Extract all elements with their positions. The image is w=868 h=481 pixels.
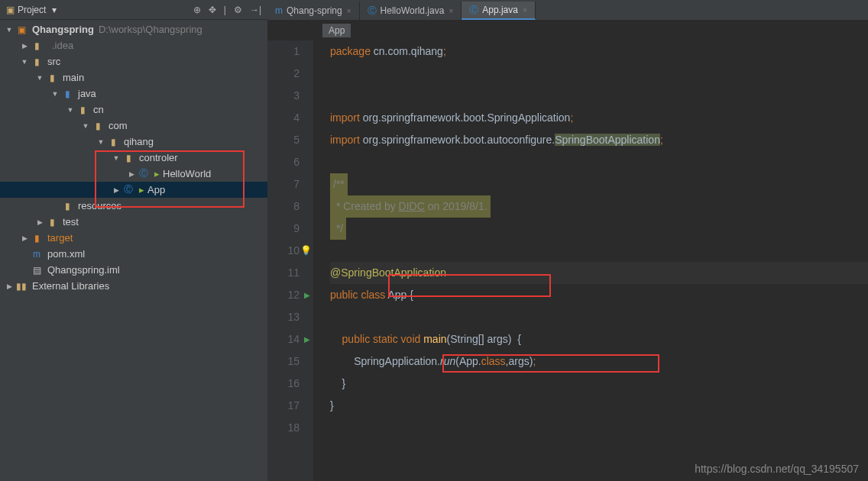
close-icon[interactable]: ×: [347, 7, 351, 15]
collapse-arrow-icon[interactable]: ▶: [35, 218, 44, 227]
line-number: 16: [267, 373, 300, 395]
expand-arrow-icon[interactable]: ▼: [112, 153, 121, 163]
file-label: pom.xml: [47, 248, 85, 260]
source-folder-icon: ▮: [61, 89, 73, 99]
line-number: 7: [267, 173, 300, 195]
code-editor[interactable]: 1 2 3 4 5 6 7 8 9 10💡 11 12▶ 13 14▶ 15 1…: [267, 40, 868, 481]
controler-package[interactable]: ▼ ▮ controler: [0, 150, 267, 166]
breadcrumb-app[interactable]: App: [322, 24, 351, 37]
tab-app[interactable]: Ⓒ App.java ×: [462, 2, 536, 20]
expand-arrow-icon[interactable]: ▼: [50, 89, 60, 98]
cn-package[interactable]: ▼ ▮ cn: [0, 102, 267, 118]
qihang-package[interactable]: ▼ ▮ qihang: [0, 134, 267, 150]
line-gutter: 1 2 3 4 5 6 7 8 9 10💡 11 12▶ 13 14▶ 15 1…: [267, 40, 313, 481]
code-line[interactable]: */: [330, 218, 868, 240]
run-gutter-icon[interactable]: ▶: [304, 328, 310, 350]
expand-arrow-icon[interactable]: ▼: [20, 57, 29, 66]
test-folder[interactable]: ▶ ▮ test: [0, 214, 267, 230]
line-number: 4: [267, 107, 300, 129]
code-line[interactable]: }: [330, 373, 868, 395]
t: ,args): [506, 355, 533, 367]
main-folder[interactable]: ▼ ▮ main: [0, 69, 267, 86]
app-class[interactable]: ▶ Ⓒ ▸ App: [0, 182, 267, 198]
target-folder[interactable]: ▶ ▮ target: [0, 230, 267, 246]
class-label: HelloWorld: [163, 168, 211, 179]
code-line[interactable]: public static void main(String[] args) {: [330, 328, 868, 350]
close-icon[interactable]: ×: [523, 6, 527, 15]
code-line[interactable]: public class App {: [330, 284, 868, 306]
folder-label: src: [47, 56, 60, 67]
project-root[interactable]: ▼ ▣ Qhangspring D:\worksp\Qhangspring: [0, 21, 267, 37]
expand-arrow-icon[interactable]: ▼: [66, 105, 75, 115]
expand-arrow-icon[interactable]: ▼: [5, 25, 14, 34]
code-line[interactable]: [330, 85, 868, 107]
gear-icon[interactable]: ⚙: [234, 5, 242, 15]
java-folder[interactable]: ▼ ▮ java: [0, 86, 267, 102]
collapse-arrow-icon[interactable]: ▶: [5, 282, 14, 291]
folder-label: .idea: [52, 40, 73, 51]
class-label: App: [147, 184, 165, 195]
code-line[interactable]: [330, 63, 868, 85]
folder-label: qihang: [124, 136, 154, 147]
line-number: 9: [267, 218, 300, 240]
collapse-arrow-icon[interactable]: ▶: [112, 186, 121, 195]
code-line[interactable]: package cn.com.qihang;: [330, 40, 868, 63]
code-line[interactable]: import org.springframework.boot.autoconf…: [330, 129, 868, 151]
t: run: [440, 355, 455, 367]
divider-icon: |: [224, 5, 226, 15]
target-icon[interactable]: ✥: [209, 5, 216, 15]
project-view-title[interactable]: Project: [18, 5, 46, 15]
iml-file[interactable]: ▤ Qhangspring.iml: [0, 262, 267, 278]
collapse-arrow-icon[interactable]: ▶: [20, 234, 29, 243]
run-gutter-icon[interactable]: ▶: [304, 284, 310, 306]
close-icon[interactable]: ×: [449, 7, 453, 15]
code-line[interactable]: /**: [330, 173, 868, 195]
tab-label: HelloWorld.java: [381, 5, 445, 16]
line-number: 5: [267, 129, 300, 151]
helloworld-class[interactable]: ▶ Ⓒ ▸ HelloWorld: [0, 166, 267, 182]
com-package[interactable]: ▼ ▮ com: [0, 118, 267, 134]
line-number: 12▶: [267, 284, 300, 306]
t: }: [330, 377, 345, 389]
external-libraries[interactable]: ▶ ▮▮ External Libraries: [0, 278, 267, 294]
idea-folder[interactable]: ▶ ▮ .idea: [0, 37, 267, 53]
pom-file[interactable]: m pom.xml: [0, 246, 267, 262]
t: org.springframework.boot.autoconfigure.: [363, 134, 555, 146]
code-line[interactable]: [330, 417, 868, 439]
t: class: [361, 289, 387, 301]
bulb-icon[interactable]: 💡: [300, 240, 312, 262]
code-area[interactable]: package cn.com.qihang; import org.spring…: [330, 40, 868, 439]
t: public: [342, 333, 373, 345]
code-line[interactable]: import org.springframework.boot.SpringAp…: [330, 107, 868, 129]
code-line[interactable]: * Created by DIDC on 2019/8/1.: [330, 195, 868, 218]
run-marker-icon: ▸: [139, 184, 144, 195]
chevron-down-icon[interactable]: ▾: [52, 5, 57, 15]
collapse-arrow-icon[interactable]: ▶: [127, 169, 136, 179]
resources-folder[interactable]: ▮ resources: [0, 198, 267, 214]
code-line[interactable]: }: [330, 395, 868, 417]
line-number: 6: [267, 151, 300, 173]
code-line[interactable]: [330, 240, 868, 262]
code-line[interactable]: [330, 151, 868, 173]
project-panel: ▣ Project ▾ ⊕ ✥ | ⚙ →| ▼ ▣ Qhangspring D…: [0, 0, 267, 481]
tab-helloworld[interactable]: Ⓒ HelloWorld.java ×: [360, 2, 462, 20]
module-icon: ▣: [15, 24, 28, 35]
t: class: [481, 355, 506, 367]
code-line[interactable]: @SpringBootApplication: [330, 262, 868, 284]
hide-icon[interactable]: →|: [250, 5, 261, 15]
code-line[interactable]: [330, 306, 868, 328]
collapse-icon[interactable]: ⊕: [193, 5, 201, 15]
project-tree[interactable]: ▼ ▣ Qhangspring D:\worksp\Qhangspring ▶ …: [0, 20, 267, 481]
t: /**: [330, 173, 348, 195]
code-line[interactable]: SpringApplication.run(App.class,args);: [330, 350, 868, 373]
folder-label: controler: [139, 152, 178, 163]
collapse-arrow-icon[interactable]: ▶: [20, 41, 29, 50]
expand-arrow-icon[interactable]: ▼: [35, 73, 44, 82]
expand-arrow-icon[interactable]: ▼: [96, 137, 105, 147]
t: public: [330, 289, 361, 301]
iml-icon: ▤: [31, 265, 43, 276]
tab-qhang-spring[interactable]: m Qhang-spring ×: [267, 2, 360, 20]
expand-arrow-icon[interactable]: ▼: [81, 121, 90, 131]
t: [330, 333, 342, 345]
src-folder[interactable]: ▼ ▮ src: [0, 53, 267, 69]
